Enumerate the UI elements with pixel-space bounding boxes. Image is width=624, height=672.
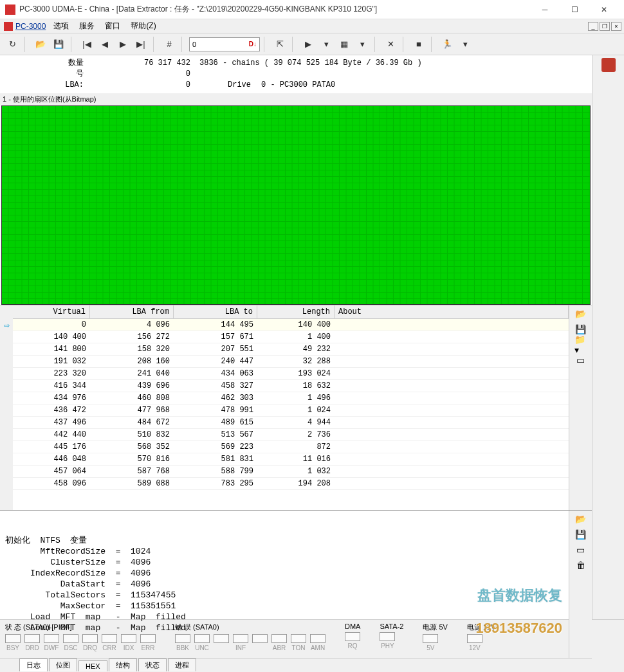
- sector-bitmap[interactable]: [1, 105, 591, 305]
- cell-about: [335, 453, 569, 465]
- cell-length: 193 024: [257, 368, 335, 379]
- refresh-icon[interactable]: ↻: [4, 36, 21, 53]
- table-row[interactable]: 446 048570 816581 83111 016: [13, 453, 569, 466]
- tab-bitmap[interactable]: 位图: [49, 658, 77, 671]
- col-about[interactable]: About: [335, 305, 569, 318]
- menu-bar: PC-3000 选项 服务 窗口 帮助(Z) _ ❐ ×: [0, 19, 624, 33]
- table-row[interactable]: 141 800158 320207 55149 232: [13, 343, 569, 356]
- qty-label: 数量: [39, 58, 84, 69]
- cell-about: [335, 417, 569, 428]
- cell-lbafrom: 460 808: [90, 392, 174, 404]
- menu-options[interactable]: 选项: [53, 21, 69, 32]
- menu-service[interactable]: 服务: [79, 21, 95, 32]
- side-open-icon[interactable]: 📂: [574, 308, 587, 320]
- tab-struct[interactable]: 结构: [109, 658, 137, 671]
- cell-virtual: 141 800: [13, 343, 90, 355]
- drive-label: Drive: [228, 80, 251, 91]
- table-row[interactable]: 223 320241 040434 063193 024: [13, 368, 569, 380]
- log-line: MftRecordSize = 1024: [5, 546, 564, 557]
- col-lba-from[interactable]: LBA from: [90, 305, 174, 318]
- play-icon[interactable]: ▶: [300, 36, 317, 53]
- table-row[interactable]: 191 032208 160240 44732 288: [13, 356, 569, 368]
- log-line: 初始化 NTFS 变量: [5, 535, 564, 546]
- tools-icon[interactable]: ✕: [382, 36, 399, 53]
- log-action2-icon[interactable]: 🗑: [574, 559, 587, 571]
- table-row[interactable]: 04 096144 495140 400: [13, 319, 569, 331]
- side-folder-icon[interactable]: 📁▾: [574, 339, 587, 350]
- table-row[interactable]: 458 096589 088783 295194 208: [13, 478, 569, 490]
- table-row[interactable]: 445 176568 352569 223872: [13, 441, 569, 453]
- log-text[interactable]: 初始化 NTFS 变量 MftRecordSize = 1024 Cluster…: [0, 511, 569, 658]
- cell-virtual: 223 320: [13, 368, 90, 379]
- table-row[interactable]: 140 400156 272157 6711 400: [13, 331, 569, 343]
- stop-icon[interactable]: ■: [410, 36, 427, 53]
- drive-status-icon[interactable]: [601, 58, 616, 72]
- mdi-restore-button[interactable]: ❐: [600, 22, 610, 31]
- row-pointer-gutter: ⇨: [0, 305, 13, 510]
- cell-lbafrom: 4 096: [90, 319, 174, 331]
- tab-log[interactable]: 日志: [19, 658, 48, 671]
- next-icon[interactable]: ▶: [115, 36, 131, 53]
- minimize-button[interactable]: ─: [530, 0, 560, 19]
- current-row-arrow-icon: ⇨: [0, 320, 13, 331]
- tab-hex[interactable]: HEX: [78, 660, 107, 671]
- person-dropdown-icon[interactable]: ▾: [457, 36, 473, 53]
- cell-virtual: 437 496: [13, 417, 90, 428]
- mdi-close-button[interactable]: ×: [611, 22, 621, 31]
- cell-length: 140 400: [257, 319, 335, 331]
- info-panel: 数量 76 317 432 3836 - chains ( 39 074 525…: [0, 55, 592, 93]
- cell-length: 11 016: [257, 453, 335, 465]
- cell-length: 2 736: [257, 429, 335, 440]
- cell-lbato: 783 295: [174, 478, 257, 489]
- table-dropdown-icon[interactable]: ▾: [354, 36, 371, 53]
- save-icon[interactable]: 💾: [50, 36, 67, 53]
- prev-icon[interactable]: ◀: [96, 36, 113, 53]
- cell-lbafrom: 208 160: [90, 356, 174, 367]
- cell-lbafrom: 510 832: [90, 429, 174, 440]
- col-virtual[interactable]: Virtual: [13, 305, 90, 318]
- col-lba-to[interactable]: LBA to: [174, 305, 257, 318]
- table-icon[interactable]: ▦: [336, 36, 353, 53]
- play-dropdown-icon[interactable]: ▾: [318, 36, 335, 53]
- person-icon[interactable]: 🏃: [439, 36, 455, 53]
- last-icon[interactable]: ▶|: [133, 36, 149, 53]
- menu-help[interactable]: 帮助(Z): [131, 21, 156, 32]
- menu-window[interactable]: 窗口: [105, 21, 120, 32]
- open-icon[interactable]: 📂: [32, 36, 49, 53]
- tab-status[interactable]: 状态: [138, 658, 167, 671]
- maximize-button[interactable]: ☐: [560, 0, 589, 19]
- cell-lbafrom: 589 088: [90, 478, 174, 489]
- export-icon[interactable]: ⇱: [271, 36, 288, 53]
- cell-virtual: 458 096: [13, 478, 90, 489]
- cell-lbafrom: 587 768: [90, 466, 174, 477]
- table-row[interactable]: 416 344439 696458 32718 632: [13, 380, 569, 392]
- table-row[interactable]: 434 976460 808462 3031 496: [13, 392, 569, 404]
- log-open-icon[interactable]: 📂: [574, 513, 587, 525]
- grid-icon[interactable]: #: [161, 36, 178, 53]
- cell-about: [335, 478, 569, 489]
- counter-input[interactable]: 0 D↓: [189, 37, 260, 51]
- lba-value: 0: [87, 80, 190, 91]
- chain-table[interactable]: Virtual LBA from LBA to Length About 04 …: [13, 305, 569, 510]
- counter-suffix: D↓: [249, 41, 257, 48]
- col-length[interactable]: Length: [257, 305, 335, 318]
- side-blank-icon[interactable]: ▭: [574, 354, 587, 366]
- tab-process[interactable]: 进程: [168, 658, 196, 671]
- side-save-icon[interactable]: 💾: [574, 323, 587, 335]
- table-row[interactable]: 437 496484 672489 6154 944: [13, 417, 569, 429]
- log-action1-icon[interactable]: ▭: [574, 544, 587, 556]
- cell-lbato: 489 615: [174, 417, 257, 428]
- mdi-minimize-button[interactable]: _: [588, 22, 598, 31]
- toolbar: ↻ 📂 💾 |◀ ◀ ▶ ▶| # 0 D↓ ⇱ ▶ ▾ ▦ ▾ ✕ ■ 🏃 ▾: [0, 33, 624, 55]
- table-row[interactable]: 436 472477 968478 9911 024: [13, 404, 569, 417]
- qty-extra: 3836 - chains ( 39 074 525 184 Byte / 36…: [199, 58, 422, 69]
- first-icon[interactable]: |◀: [78, 36, 95, 53]
- cell-lbafrom: 439 696: [90, 380, 174, 392]
- table-row[interactable]: 442 440510 832513 5672 736: [13, 429, 569, 441]
- log-save-icon[interactable]: 💾: [574, 529, 587, 540]
- cell-virtual: 434 976: [13, 392, 90, 404]
- table-row[interactable]: 457 064587 768588 7991 032: [13, 466, 569, 478]
- menu-app-icon: [4, 22, 13, 31]
- close-button[interactable]: ✕: [589, 0, 619, 19]
- menu-app-link[interactable]: PC-3000: [15, 22, 46, 31]
